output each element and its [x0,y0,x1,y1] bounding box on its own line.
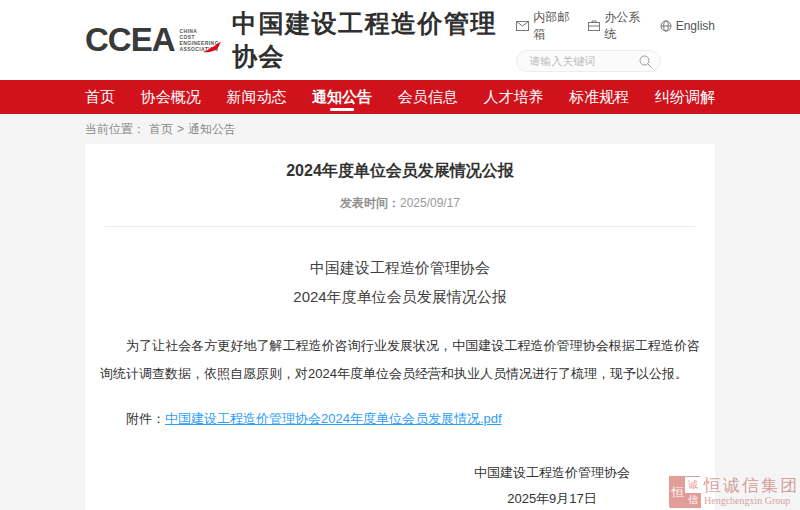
briefcase-icon [588,20,600,31]
nav-item-about[interactable]: 协会概况 [141,80,201,114]
article-subtitle-report: 2024年度单位会员发展情况公报 [100,282,700,311]
topbar-links: 内部邮箱 办公系统 English [516,9,715,43]
hengchengxin-watermark: 恒 诚 信 恒诚信集团 Hengchengxin Group [669,476,799,507]
breadcrumb: 当前位置： 首页 > 通知公告 [85,114,715,144]
article-title: 2024年度单位会员发展情况公报 [85,161,715,182]
site-search [516,50,661,72]
nav-item-news[interactable]: 新闻动态 [226,80,286,114]
signature-block: 中国建设工程造价管理协会 2025年9月17日 [100,460,700,510]
ccea-logo-text: CCEA [85,21,175,59]
article-date-label: 发表时间： [340,196,400,210]
ccea-logo[interactable]: CCEA CHINA COST ENGINEERING ASSOCIATION [85,21,219,59]
english-link[interactable]: English [660,9,715,43]
signature-org: 中国建设工程造价管理协会 [474,460,630,486]
nav-item-members[interactable]: 会员信息 [398,80,458,114]
attachment-pdf-link[interactable]: 中国建设工程造价管理协会2024年度单位会员发展情况.pdf [165,411,502,426]
article-date: 发表时间：2025/09/17 [85,195,715,212]
internal-mail-link[interactable]: 内部邮箱 [516,9,573,43]
hengchengxin-logo-icon: 恒 诚 信 [669,476,700,507]
site-header: CCEA CHINA COST ENGINEERING ASSOCIATION … [0,0,800,80]
main-nav: 首页 协会概况 新闻动态 通知公告 会员信息 人才培养 标准规程 纠纷调解 [0,80,800,114]
breadcrumb-current[interactable]: 通知公告 [188,121,236,138]
nav-item-home[interactable]: 首页 [85,80,115,114]
watermark-name-en: Hengchengxin Group [704,495,799,507]
breadcrumb-prefix: 当前位置： [85,121,145,138]
article-card: 2024年度单位会员发展情况公报 发表时间：2025/09/17 中国建设工程造… [85,144,715,510]
breadcrumb-home[interactable]: 首页 [149,121,173,138]
office-system-link[interactable]: 办公系统 [588,9,644,43]
office-system-label: 办公系统 [604,9,644,43]
brand: CCEA CHINA COST ENGINEERING ASSOCIATION … [85,7,516,73]
nav-item-notices[interactable]: 通知公告 [312,80,372,114]
site-title: 中国建设工程造价管理协会 [232,7,516,73]
mail-icon [516,21,529,31]
watermark-name-cn: 恒诚信集团 [704,476,799,495]
english-label: English [676,19,715,33]
globe-icon [660,20,672,32]
search-icon[interactable] [639,54,652,72]
article-paragraph: 为了让社会各方更好地了解工程造价咨询行业发展状况，中国建设工程造价管理协会根据工… [100,332,700,388]
logo-red-swoosh-icon [202,41,222,54]
attachment-row: 附件：中国建设工程造价管理协会2024年度单位会员发展情况.pdf [100,410,700,428]
nav-item-mediation[interactable]: 纠纷调解 [655,80,715,114]
breadcrumb-separator: > [177,122,184,136]
article-date-value: 2025/09/17 [400,196,460,210]
signature-date: 2025年9月17日 [474,486,630,510]
nav-item-training[interactable]: 人才培养 [484,80,544,114]
attachment-label: 附件： [126,411,165,426]
article-subtitle-org: 中国建设工程造价管理协会 [100,253,700,282]
internal-mail-label: 内部邮箱 [533,9,573,43]
nav-item-standards[interactable]: 标准规程 [569,80,629,114]
